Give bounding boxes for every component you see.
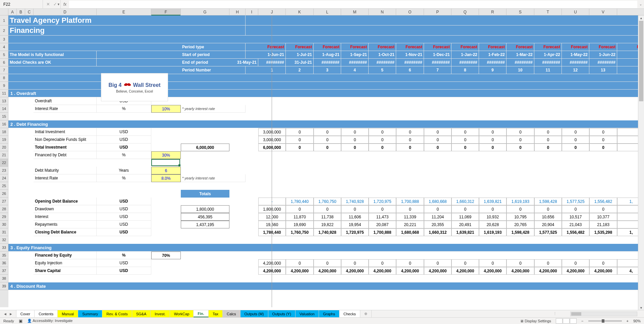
debt-maturity-input[interactable]: 6 [151,167,181,174]
sheet-tab-manual[interactable]: Manual [58,310,78,317]
zoom-level[interactable]: 90% [633,319,641,323]
view-page-layout-button[interactable] [563,318,570,324]
spreadsheet-grid[interactable]: 1234567891113141516181920212223242526272… [0,15,644,307]
sheet-tab-invest-[interactable]: Invest. [151,310,170,317]
tab-nav-buttons[interactable]: ◄ ► [0,310,16,317]
row-header-36[interactable]: 36 [0,259,8,267]
row-header-14[interactable]: 14 [0,105,8,113]
zoom-slider-thumb[interactable] [602,319,604,323]
row-header-6[interactable]: 6 [0,59,8,66]
col-header-G[interactable]: G [181,9,229,15]
sheet-tab-valuation[interactable]: Valuation [296,310,319,317]
formula-input[interactable] [69,1,637,8]
row-header-9[interactable]: 9 [0,82,8,90]
col-header-D[interactable]: D [34,9,97,15]
col-header-C[interactable]: C [25,9,34,15]
sheet-tab-calcs[interactable]: Calcs [223,310,240,317]
debt-rate-input[interactable]: 8.0% [151,174,181,182]
sheet-tab-fin-[interactable]: Fin. [194,310,209,317]
horizontal-scrollbar[interactable] [570,312,637,316]
row-header-20[interactable]: 20 [0,144,8,151]
col-header-P[interactable]: P [424,9,451,15]
row-header-37[interactable]: 37 [0,267,8,275]
row-header-21[interactable]: 21 [0,151,8,159]
row-header-15[interactable]: 15 [0,113,8,120]
sheet-tab-rev-costs[interactable]: Rev. & Costs [102,310,132,317]
zoom-slider[interactable] [588,320,622,322]
row-header-11[interactable]: 11 [0,90,8,97]
col-header-Q[interactable]: Q [451,9,479,15]
sheet-tab-graphs[interactable]: Graphs [319,310,339,317]
new-sheet-button[interactable]: ⊕ [360,310,372,317]
sheet-tab-outputs-m-[interactable]: Outputs (M) [240,310,268,317]
sheet-tab-checks[interactable]: Checks [339,310,360,317]
financed-by-debt-input[interactable]: 30% [151,151,181,159]
col-header-T[interactable]: T [534,9,562,15]
scroll-up-icon[interactable]: ▲ [638,15,644,21]
cells-area[interactable]: Travel Agency PlatformFinancingPeriod ty… [8,15,644,307]
col-header-V[interactable]: V [589,9,617,15]
zoom-out-button[interactable]: − [581,319,583,323]
col-header-U[interactable]: U [562,9,589,15]
row-header-4[interactable]: 4 [0,43,8,51]
col-header-I[interactable]: I [246,9,258,15]
row-header-3[interactable]: 3 [0,36,8,43]
row-header-8[interactable]: 8 [0,74,8,82]
col-header-S[interactable]: S [506,9,534,15]
col-header-J[interactable]: J [258,9,286,15]
sheet-tab-contents[interactable]: Contents [35,310,58,317]
row-header-33[interactable]: 33 [0,244,8,252]
row-header-7[interactable]: 7 [0,66,8,74]
vertical-scrollbar[interactable]: ▲ ▼ [638,15,644,311]
row-header-28[interactable]: 28 [0,205,8,213]
col-header-M[interactable]: M [341,9,369,15]
sheet-tab-outputs-y-[interactable]: Outputs (Y) [268,310,296,317]
row-header-26[interactable]: 26 [0,190,8,198]
col-header-H[interactable]: H [229,9,246,15]
macro-record-icon[interactable]: ▣ [19,319,22,323]
row-header-29[interactable]: 29 [0,213,8,221]
view-page-break-button[interactable] [570,318,577,324]
display-settings-button[interactable]: 🖥 Display Settings [520,319,551,323]
name-box[interactable]: ▼ [0,0,43,8]
row-header-24[interactable]: 24 [0,174,8,182]
sheet-tab-cover[interactable]: Cover [16,310,35,317]
row-header-38[interactable]: 38 [0,275,8,282]
tab-nav-next-icon[interactable]: ► [9,312,13,316]
sheet-tab-tax[interactable]: Tax [209,310,223,317]
row-header-31[interactable]: 31 [0,228,8,236]
col-header-F[interactable]: F [151,9,181,15]
overdraft-rate-input[interactable]: 10% [151,105,181,113]
select-all-corner[interactable] [0,9,8,15]
col-header-B[interactable]: B [17,9,25,15]
horizontal-scrollbar-thumb[interactable] [571,312,581,316]
row-header-19[interactable]: 19 [0,136,8,144]
view-normal-button[interactable] [556,318,562,324]
zoom-in-button[interactable]: + [627,319,629,323]
tabs-splitter[interactable]: ⋮ [553,312,557,316]
tab-nav-prev-icon[interactable]: ◄ [3,312,7,316]
row-header-1[interactable]: 1 [0,15,8,25]
accessibility-status[interactable]: 👤 Accessibility: Investigate [27,319,73,323]
row-header-35[interactable]: 35 [0,252,8,259]
row-header-25[interactable]: 25 [0,182,8,190]
col-header-N[interactable]: N [369,9,396,15]
row-header-27[interactable]: 27 [0,198,8,205]
col-header-O[interactable]: O [396,9,424,15]
row-header-16[interactable]: 16 [0,120,8,128]
sheet-tab-summary[interactable]: Summary [78,310,102,317]
col-header-A[interactable]: A [8,9,17,15]
row-header-39[interactable]: 39 [0,282,8,290]
sheet-tab-sg-a[interactable]: SG&A [132,310,151,317]
row-header-30[interactable]: 30 [0,221,8,228]
col-header-K[interactable]: K [286,9,314,15]
row-header-23[interactable]: 23 [0,167,8,174]
fx-label[interactable]: fx [61,2,69,7]
col-header-R[interactable]: R [479,9,506,15]
cancel-formula-icon[interactable]: ✕ [46,2,50,7]
vertical-scrollbar-thumb[interactable] [639,21,643,101]
col-header-E[interactable]: E [97,9,151,15]
expand-formula-bar-icon[interactable]: ⌄ [637,2,644,6]
col-header-L[interactable]: L [314,9,341,15]
row-header-2[interactable]: 2 [0,25,8,36]
